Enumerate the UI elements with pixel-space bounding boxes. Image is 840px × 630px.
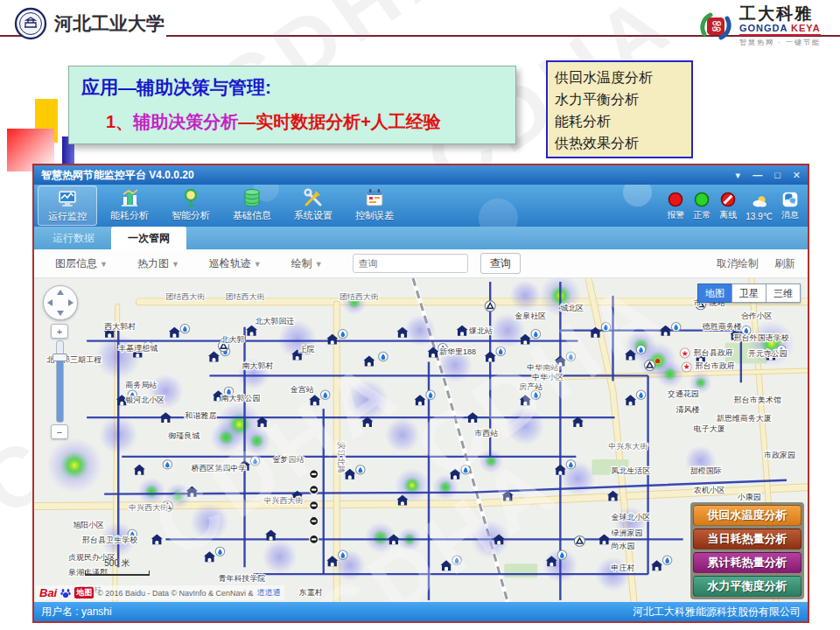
company-name-cn: 工大科雅	[739, 5, 821, 23]
filter-bar: 图层信息▼热力图▼巡检轨迹▼绘制▼ 查询 取消绘制刷新	[34, 249, 808, 278]
tab-1[interactable]: 一次管网	[111, 227, 186, 249]
search-button[interactable]: 查询	[480, 253, 521, 274]
svg-text:凤北生活区: 凤北生活区	[611, 466, 650, 475]
nav-item-tools[interactable]: 系统设置	[284, 186, 342, 224]
nav-item-magnifier[interactable]: 智能分析	[162, 186, 220, 224]
status-label: 报警	[667, 209, 684, 221]
magnifier-icon	[180, 187, 201, 208]
pipe-network-layer	[87, 282, 787, 600]
dropdown-绘制[interactable]: 绘制▼	[291, 256, 323, 271]
svg-text:邢台市政府: 邢台市政府	[696, 361, 735, 370]
nav-item-calendar[interactable]: 控制误差	[346, 186, 403, 224]
tab-0[interactable]: 运行数据	[36, 227, 111, 249]
app-titlebar: 智慧热网节能监控平台 V4.0.0.20 ▾—□✕	[34, 165, 808, 185]
pan-left-icon[interactable]	[47, 299, 52, 306]
pan-right-icon[interactable]	[68, 299, 74, 306]
university-name: 河北工业大学	[54, 11, 164, 36]
svg-text:桥西区第四中学: 桥西区第四中学	[191, 464, 246, 472]
dropdown-图层信息[interactable]: 图层信息▼	[55, 256, 108, 271]
map-view-三维[interactable]: 三维	[766, 284, 801, 303]
analysis-list-item: 供热效果分析	[555, 132, 691, 154]
pan-down-icon[interactable]	[57, 311, 64, 316]
svg-text:南大郭村: 南大郭村	[242, 361, 274, 370]
svg-text:新华里188: 新华里188	[439, 347, 476, 356]
database-icon	[242, 187, 262, 208]
filter-dropdowns: 图层信息▼热力图▼巡检轨迹▼绘制▼	[55, 256, 353, 271]
svg-text:团结西大街: 团结西大街	[165, 292, 205, 301]
nav-item-monitor[interactable]: 运行监控	[38, 186, 97, 226]
dropdown-热力图[interactable]: 热力图▼	[137, 256, 179, 271]
status-label: 正常	[693, 209, 710, 221]
svg-text:中华南站: 中华南站	[527, 363, 558, 372]
svg-text:和谐雅居: 和谐雅居	[185, 411, 216, 420]
nav-item-database[interactable]: 基础信息	[223, 186, 281, 224]
svg-text:团结西大街: 团结西大街	[340, 292, 379, 301]
minimize-button[interactable]: —	[752, 170, 762, 181]
status-offline-dot[interactable]: 离线	[719, 191, 737, 221]
svg-text:滨江北路: 滨江北路	[337, 442, 346, 473]
zoom-in-button[interactable]: +	[51, 324, 68, 339]
dropdown-巡检轨迹[interactable]: 巡检轨迹▼	[209, 256, 262, 271]
main-toolbar: 运行监控能耗分析智能分析基础信息系统设置控制误差 报警正常离线13.9℃消息	[34, 185, 808, 227]
search-input[interactable]	[353, 254, 468, 273]
analysis-button[interactable]: 当日耗热量分析	[693, 528, 802, 550]
analysis-button[interactable]: 累计耗热量分析	[693, 552, 802, 573]
map-canvas[interactable]: ★团结西大街团结西大街团结西大街中兴西大街中兴西大街中兴东大街滨江北路西大郭村北…	[34, 278, 808, 602]
alarm-dot	[667, 191, 684, 208]
nav-item-label: 控制误差	[355, 209, 394, 222]
analysis-list-box: 供回水温度分析水力平衡分析能耗分析供热效果分析	[546, 60, 693, 158]
action-刷新[interactable]: 刷新	[774, 256, 795, 271]
svg-text:金梦园站: 金梦园站	[273, 455, 304, 464]
svg-text:邢台外国语学校: 邢台外国语学校	[734, 333, 789, 342]
status-message-icon[interactable]: 消息	[781, 191, 799, 221]
status-label: 13.9℃	[746, 212, 773, 221]
heatmap-layer	[46, 278, 794, 592]
svg-text:小康园: 小康园	[737, 493, 761, 501]
attribution-text: © 2016 Baidu - Data © NavInfo & CenNavi …	[97, 589, 253, 598]
pan-up-icon[interactable]	[57, 290, 64, 295]
svg-text:市政家园: 市政家园	[764, 451, 795, 459]
analysis-button[interactable]: 供回水温度分析	[693, 505, 802, 526]
map-pan-control[interactable]	[43, 285, 78, 320]
close-button[interactable]: ✕	[793, 170, 801, 181]
svg-text:旭阳小区: 旭阳小区	[73, 521, 104, 529]
map-view-buttons: 地图卫星三维	[698, 284, 801, 303]
action-取消绘制[interactable]: 取消绘制	[717, 256, 759, 271]
svg-text:邢台县政府: 邢台县政府	[694, 348, 733, 357]
svg-text:清风楼: 清风楼	[676, 405, 700, 414]
svg-text:南大郭公园: 南大郭公园	[220, 394, 260, 402]
window-controls: ▾—□✕	[736, 170, 801, 181]
normal-dot	[693, 191, 710, 208]
svg-text:北大郭: 北大郭	[220, 335, 244, 344]
nav-items: 运行监控能耗分析智能分析基础信息系统设置控制误差	[38, 186, 407, 226]
window-menu-button[interactable]: ▾	[736, 170, 741, 181]
status-alarm-dot[interactable]: 报警	[667, 191, 684, 221]
map-scale-bar	[85, 570, 150, 576]
map-zoom-control: + −	[51, 324, 68, 439]
map-attribution: Bai 地图 © 2016 Baidu - Data © NavInfo & C…	[36, 585, 284, 600]
svg-text:中兴西大街: 中兴西大街	[129, 503, 168, 512]
company-name-en: GONGDA KEYA	[739, 23, 821, 33]
maximize-button[interactable]: □	[774, 170, 780, 181]
status-weather-icon[interactable]: 13.9℃	[746, 193, 773, 221]
svg-text:团结西大街: 团结西大街	[225, 292, 264, 301]
analysis-button[interactable]: 水力平衡度分析	[693, 576, 802, 597]
attribution-link[interactable]: 道道通	[257, 587, 281, 598]
map-view-卫星[interactable]: 卫星	[732, 284, 766, 303]
nav-item-label: 系统设置	[294, 209, 332, 222]
zoom-slider-handle[interactable]	[52, 354, 67, 361]
svg-text:东董村: 东董村	[298, 588, 323, 597]
nav-item-barchart[interactable]: 能耗分析	[101, 186, 158, 224]
svg-text:尚水园: 尚水园	[611, 542, 634, 550]
baidu-logo[interactable]: Bai	[39, 586, 57, 599]
analysis-list-item: 水力平衡分析	[555, 88, 691, 110]
analysis-button-stack: 供回水温度分析当日耗热量分析累计耗热量分析水力平衡度分析	[690, 502, 804, 599]
map-view-地图[interactable]: 地图	[697, 284, 732, 303]
svg-text:房产站: 房产站	[519, 382, 542, 391]
svg-text:煤北站: 煤北站	[468, 326, 493, 335]
status-normal-dot[interactable]: 正常	[693, 191, 710, 221]
zoom-slider-track[interactable]	[56, 340, 64, 423]
svg-text:申庄村: 申庄村	[611, 564, 634, 572]
zoom-out-button[interactable]: −	[51, 424, 68, 439]
svg-text:城北区: 城北区	[559, 304, 584, 312]
